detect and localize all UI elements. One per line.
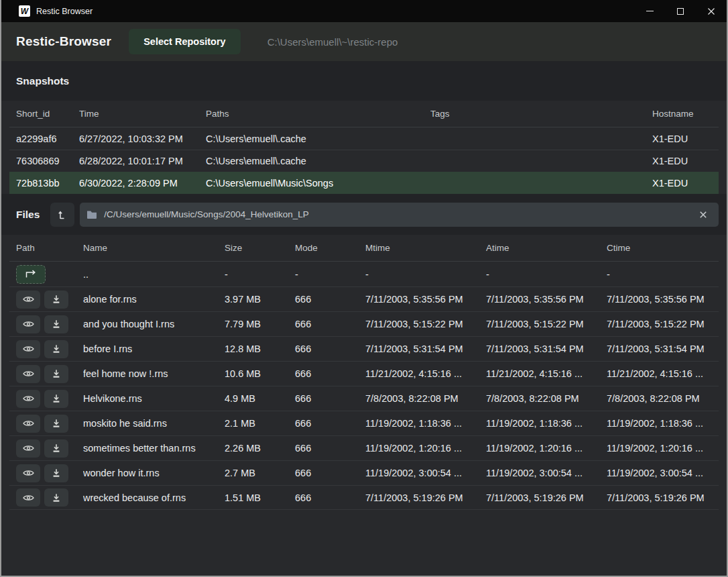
download-button[interactable] — [44, 340, 68, 358]
preview-button[interactable] — [16, 291, 40, 309]
preview-button[interactable] — [16, 340, 40, 358]
column-atime: Atime — [486, 243, 607, 253]
file-row[interactable]: wrecked because of.rns 1.51 MB 666 7/11/… — [9, 485, 719, 510]
snapshot-row[interactable]: 76306869 6/28/2022, 10:01:17 PM C:\Users… — [9, 150, 719, 172]
file-atime: 7/11/2003, 5:31:54 PM — [486, 344, 607, 354]
up-level-icon — [57, 209, 68, 220]
column-mode: Mode — [295, 243, 365, 253]
file-row[interactable]: before I.rns 12.8 MB 666 7/11/2003, 5:31… — [9, 336, 719, 361]
eye-icon — [23, 295, 34, 303]
select-repository-button[interactable]: Select Repository — [129, 29, 241, 54]
download-button[interactable] — [44, 464, 68, 482]
preview-button[interactable] — [16, 365, 40, 383]
file-row[interactable]: sometimes better than.rns 2.26 MB 666 11… — [9, 435, 719, 460]
column-short-id: Short_id — [16, 109, 79, 119]
preview-button[interactable] — [16, 390, 40, 408]
close-button[interactable] — [696, 0, 727, 22]
file-size: 7.79 MB — [225, 319, 295, 329]
file-mtime: - — [365, 269, 486, 280]
file-atime: 11/19/2002, 1:18:36 ... — [486, 418, 607, 429]
folder-icon — [86, 210, 97, 219]
file-path-input[interactable]: /C/Users/emuell/Music/Songs/2004_Helveti… — [80, 203, 719, 227]
file-size: 10.6 MB — [225, 368, 295, 379]
snapshots-table: Short_id Time Paths Tags Hostname a2299a… — [1, 101, 727, 194]
files-toolbar: Files /C/Users/emuell/Music/Songs/2004_H… — [1, 194, 727, 235]
file-size: 2.1 MB — [225, 418, 295, 429]
column-paths: Paths — [206, 109, 430, 119]
file-mode: 666 — [295, 418, 365, 429]
snapshot-row-selected[interactable]: 72b813bb 6/30/2022, 2:28:09 PM C:\Users\… — [9, 172, 719, 194]
file-row[interactable]: and you thought I.rns 7.79 MB 666 7/11/2… — [9, 311, 719, 336]
file-atime: 7/11/2003, 5:35:56 PM — [486, 294, 607, 305]
file-mtime: 7/8/2003, 8:22:08 PM — [365, 393, 486, 404]
download-button[interactable] — [44, 365, 68, 383]
file-mtime: 7/11/2003, 5:35:56 PM — [365, 294, 486, 305]
clear-icon — [699, 211, 707, 219]
file-mode: 666 — [295, 393, 365, 404]
file-mode: 666 — [295, 344, 365, 354]
file-name: moskito he said.rns — [83, 418, 225, 429]
download-button[interactable] — [44, 439, 68, 458]
preview-button[interactable] — [16, 464, 40, 482]
file-size: - — [225, 269, 295, 280]
file-ctime: 11/19/2002, 3:00:54 ... — [607, 468, 712, 478]
close-icon — [707, 7, 715, 15]
eye-icon — [23, 469, 34, 477]
go-parent-button[interactable] — [16, 265, 46, 284]
file-ctime: 7/8/2003, 8:22:08 PM — [607, 393, 712, 404]
file-ctime: - — [607, 269, 712, 280]
download-button[interactable] — [44, 390, 68, 408]
file-mode: - — [295, 269, 365, 280]
file-name: before I.rns — [83, 344, 225, 354]
column-name: Name — [83, 243, 225, 253]
download-icon — [52, 344, 61, 354]
download-icon — [52, 493, 61, 503]
file-atime: 11/19/2002, 1:20:16 ... — [486, 443, 607, 454]
preview-button[interactable] — [16, 439, 40, 458]
file-mtime: 7/11/2003, 5:15:22 PM — [365, 319, 486, 329]
clear-path-button[interactable] — [694, 206, 712, 223]
file-size: 4.9 MB — [225, 393, 295, 404]
file-name: wrecked because of.rns — [83, 492, 225, 503]
file-size: 12.8 MB — [225, 344, 295, 354]
preview-button[interactable] — [16, 315, 40, 333]
maximize-button[interactable] — [665, 0, 696, 22]
snapshot-hostname: X1-EDU — [652, 156, 712, 166]
window-title: Restic Browser — [36, 7, 93, 16]
file-mtime: 7/11/2003, 5:19:26 PM — [365, 492, 486, 503]
eye-icon — [23, 444, 34, 452]
file-mode: 666 — [295, 294, 365, 305]
file-name: Helvikone.rns — [83, 393, 225, 404]
parent-dir-row[interactable]: .. - - - - - — [9, 262, 719, 286]
snapshot-hostname: X1-EDU — [652, 134, 712, 144]
file-ctime: 7/11/2003, 5:31:54 PM — [607, 344, 712, 354]
preview-button[interactable] — [16, 415, 40, 433]
minimize-icon — [646, 11, 654, 11]
file-row[interactable]: Helvikone.rns 4.9 MB 666 7/8/2003, 8:22:… — [9, 386, 719, 411]
file-atime: 11/19/2002, 3:00:54 ... — [486, 468, 607, 478]
snapshot-row[interactable]: a2299af6 6/27/2022, 10:03:32 PM C:\Users… — [9, 127, 719, 150]
file-ctime: 7/11/2003, 5:35:56 PM — [607, 294, 712, 305]
minimize-button[interactable] — [634, 0, 665, 22]
download-icon — [52, 369, 61, 378]
file-row[interactable]: wonder how it.rns 2.7 MB 666 11/19/2002,… — [9, 460, 719, 485]
files-heading: Files — [16, 209, 40, 221]
file-size: 3.97 MB — [225, 294, 295, 305]
download-button[interactable] — [44, 488, 68, 507]
column-tags: Tags — [430, 109, 652, 119]
download-button[interactable] — [44, 315, 68, 333]
file-mtime: 11/19/2002, 1:20:16 ... — [365, 443, 486, 454]
download-button[interactable] — [44, 291, 68, 309]
file-row[interactable]: feel home now !.rns 10.6 MB 666 11/21/20… — [9, 361, 719, 386]
file-row[interactable]: alone for.rns 3.97 MB 666 7/11/2003, 5:3… — [9, 286, 719, 311]
preview-button[interactable] — [16, 488, 40, 507]
file-atime: 7/11/2003, 5:19:26 PM — [486, 492, 607, 503]
file-row[interactable]: moskito he said.rns 2.1 MB 666 11/19/200… — [9, 411, 719, 435]
snapshot-paths: C:\Users\emuell\Music\Songs — [206, 178, 430, 189]
file-atime: 7/11/2003, 5:15:22 PM — [486, 319, 607, 329]
eye-icon — [23, 395, 34, 403]
snapshot-time: 6/28/2022, 10:01:17 PM — [79, 156, 206, 166]
download-button[interactable] — [44, 415, 68, 433]
up-level-button[interactable] — [50, 203, 74, 227]
file-size: 2.26 MB — [225, 443, 295, 454]
